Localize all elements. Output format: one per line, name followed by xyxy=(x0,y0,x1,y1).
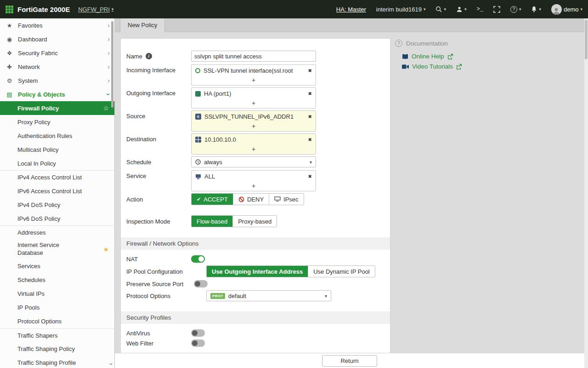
chevron-down-icon: ▾ xyxy=(464,7,467,12)
ipsec-button[interactable]: IPsec xyxy=(269,194,304,205)
sidebar-item-label: Policy & Objects xyxy=(18,91,103,98)
sidebar-item-traffic-shapers[interactable]: Traffic Shapers xyxy=(0,328,114,342)
preserve-source-port-toggle[interactable] xyxy=(194,280,208,288)
selected-entry[interactable]: SSL-VPN tunnel interface(ssl.root ✖ xyxy=(192,65,316,76)
notifications-menu[interactable]: ▾ xyxy=(531,6,541,12)
admin-profile-menu[interactable]: ▾ xyxy=(456,6,467,12)
remove-entry-icon[interactable]: ✖ xyxy=(308,137,312,142)
selected-entry[interactable]: 10.100.10.0 ✖ xyxy=(192,134,316,145)
ipsec-monitor-icon xyxy=(274,196,281,202)
sidebar-item-security-fabric[interactable]: ❖ Security Fabric › xyxy=(0,46,114,60)
selected-entry[interactable]: ALL ✖ xyxy=(192,171,316,182)
sidebar-item-multicast-policy[interactable]: Multicast Policy xyxy=(0,143,114,156)
flow-based-button[interactable]: Flow-based xyxy=(192,216,233,227)
sidebar-item-addresses[interactable]: Addresses xyxy=(0,225,114,239)
sidebar-item-traffic-shaping-profile[interactable]: Traffic Shaping Profile xyxy=(0,356,114,368)
source-row: Source 6 SSLVPN_TUNNEL_IPv6_ADDR1 ✖ + xyxy=(121,110,390,132)
selected-entry[interactable]: HA (port1) ✖ xyxy=(192,88,316,99)
main-scrollbar[interactable] xyxy=(584,18,588,368)
sidebar-item-ipv4-acl[interactable]: IPv4 Access Control List xyxy=(0,170,114,184)
policy-icon: ▤ xyxy=(6,91,13,98)
online-help-link[interactable]: Online Help xyxy=(402,53,584,60)
sidebar-item-label: IPv4 Access Control List xyxy=(17,174,82,181)
sidebar-item-ipv6-acl[interactable]: IPv6 Access Control List xyxy=(0,184,114,198)
service-label: Service xyxy=(126,170,191,179)
web-filter-row: Web Filter xyxy=(121,339,390,347)
new-policy-form: Name i Incoming Interface SSL-VPN tunnel… xyxy=(120,38,390,353)
search-menu[interactable]: ▾ xyxy=(435,6,446,12)
favorite-star-icon[interactable]: ★ xyxy=(103,245,109,253)
sidebar-item-ipv6-dos-policy[interactable]: IPv6 DoS Policy xyxy=(0,212,114,225)
scrollbar-thumb[interactable] xyxy=(585,20,588,59)
proxy-based-button[interactable]: Proxy-based xyxy=(233,216,277,227)
outgoing-interface-label: Outgoing Interface xyxy=(126,87,191,97)
sidebar-item-label: Addresses xyxy=(17,229,45,236)
sidebar-item-local-in-policy[interactable]: Local In Policy xyxy=(0,156,114,170)
add-entry-button[interactable]: + xyxy=(192,122,316,131)
add-entry-button[interactable]: + xyxy=(192,145,316,154)
sidebar-item-dashboard[interactable]: ◉ Dashboard › xyxy=(0,32,114,46)
subnet-icon xyxy=(195,137,201,143)
chevron-right-icon: › xyxy=(107,36,110,42)
chevron-right-icon: › xyxy=(107,22,110,29)
antivirus-toggle[interactable] xyxy=(191,329,205,337)
accept-button[interactable]: ✔ ACCEPT xyxy=(192,194,233,205)
help-menu[interactable]: ? ▾ xyxy=(510,6,521,13)
sidebar-item-ip-pools[interactable]: IP Pools xyxy=(0,301,114,315)
sidebar-item-protocol-options[interactable]: Protocol Options xyxy=(0,315,114,328)
fullscreen-icon[interactable] xyxy=(493,6,500,13)
sidebar-item-proxy-policy[interactable]: Proxy Policy xyxy=(0,115,114,129)
favorite-star-outline-icon[interactable]: ☆ xyxy=(103,104,109,112)
add-entry-button[interactable]: + xyxy=(192,76,316,85)
sidebar-item-network[interactable]: ✚ Network › xyxy=(0,60,114,74)
selected-entry[interactable]: 6 SSLVPN_TUNNEL_IPv6_ADDR1 ✖ xyxy=(192,111,316,122)
remove-entry-icon[interactable]: ✖ xyxy=(308,91,312,96)
user-account-menu[interactable]: demo ▾ xyxy=(551,4,582,15)
sidebar-scrollbar[interactable] xyxy=(111,21,113,108)
sidebar-item-system[interactable]: ⚙ System › xyxy=(0,74,114,87)
sidebar-item-label: Virtual IPs xyxy=(17,290,45,297)
documentation-title: Documentation xyxy=(406,40,448,47)
video-camera-icon xyxy=(402,64,409,69)
remove-entry-icon[interactable]: ✖ xyxy=(308,174,312,179)
sidebar-item-internet-service-database[interactable]: Internet Service Database ★ xyxy=(0,239,114,259)
web-filter-toggle[interactable] xyxy=(191,339,205,347)
sidebar-item-authentication-rules[interactable]: Authentication Rules xyxy=(0,129,114,143)
add-entry-button[interactable]: + xyxy=(192,182,316,191)
sidebar-item-label: Internet Service Database xyxy=(17,242,86,257)
sidebar-item-label: Traffic Shapers xyxy=(17,332,57,339)
sidebar-item-services[interactable]: Services xyxy=(0,259,114,273)
dashboard-icon: ◉ xyxy=(6,36,13,43)
sidebar-item-firewall-policy[interactable]: Firewall Policy ☆ xyxy=(0,101,114,115)
protocol-options-select[interactable]: PROT default ▾ xyxy=(206,290,331,301)
tab-new-policy[interactable]: New Policy xyxy=(120,18,165,32)
sidebar-item-favorites[interactable]: ★ Favorites › xyxy=(0,18,114,32)
sidebar-item-ipv4-dos-policy[interactable]: IPv4 DoS Policy xyxy=(0,198,114,212)
documentation-title-row: ? Documentation xyxy=(395,40,584,47)
return-button[interactable]: Return xyxy=(322,355,377,367)
sidebar-item-schedules[interactable]: Schedules xyxy=(0,273,114,287)
remove-entry-icon[interactable]: ✖ xyxy=(308,114,312,119)
sidebar-item-virtual-ips[interactable]: Virtual IPs xyxy=(0,287,114,301)
service-box: ALL ✖ + xyxy=(191,170,316,191)
sidebar-item-traffic-shaping-policy[interactable]: Traffic Shaping Policy xyxy=(0,342,114,356)
schedule-label: Schedule xyxy=(126,159,191,166)
video-tutorials-link[interactable]: Video Tutorials xyxy=(402,63,584,70)
sidebar-item-label: Dashboard xyxy=(18,36,103,43)
build-menu[interactable]: interim build1619 ▾ xyxy=(376,6,426,13)
vdom-menu[interactable]: NGFW_PRI ▾ xyxy=(78,6,113,13)
name-input[interactable] xyxy=(191,51,316,62)
remove-entry-icon[interactable]: ✖ xyxy=(308,68,312,73)
ha-status-link[interactable]: HA: Master xyxy=(336,6,366,13)
sidebar-item-policy-objects[interactable]: ▤ Policy & Objects › xyxy=(0,87,114,101)
use-outgoing-interface-address-button[interactable]: Use Outgoing Interface Address xyxy=(207,266,308,277)
add-entry-button[interactable]: + xyxy=(192,99,316,108)
nat-toggle[interactable] xyxy=(191,255,205,263)
action-segmented-control: ✔ ACCEPT DENY xyxy=(191,193,304,205)
info-icon[interactable]: i xyxy=(146,53,152,59)
schedule-select[interactable]: always ▾ xyxy=(191,156,316,167)
deny-button[interactable]: DENY xyxy=(233,194,269,205)
cli-console-icon[interactable]: >_ xyxy=(476,6,483,12)
use-dynamic-ip-pool-button[interactable]: Use Dynamic IP Pool xyxy=(308,266,375,277)
interface-port-icon xyxy=(195,91,201,97)
